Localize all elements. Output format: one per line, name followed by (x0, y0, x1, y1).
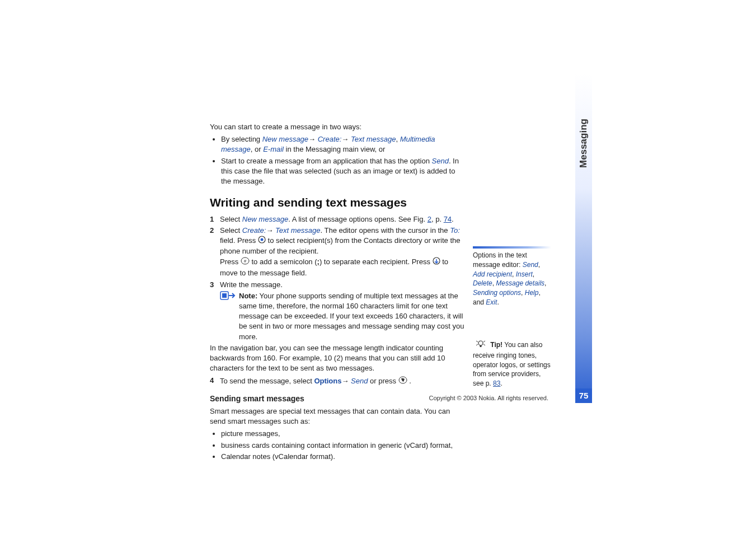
smart-bullet-3: Calendar notes (vCalendar format). (221, 452, 464, 462)
copyright-text: Copyright © 2003 Nokia. All rights reser… (210, 395, 548, 401)
opt-sending-options[interactable]: Sending options (473, 289, 521, 297)
note-icon (220, 291, 236, 303)
link-new-message-2[interactable]: New message (242, 215, 288, 223)
svg-rect-9 (480, 345, 482, 347)
down-key-icon (433, 257, 440, 268)
smart-bullet-1: picture messages, (221, 429, 464, 439)
steps-list: 1 Select New message. A list of message … (210, 214, 464, 290)
link-text-message-2[interactable]: Text message (275, 226, 320, 235)
note-body: Your phone supports sending of multiple … (239, 292, 464, 341)
step-2: 2 Select Create:→ Text message. The edit… (210, 226, 464, 279)
note-block: Note: Your phone supports sending of mul… (220, 291, 464, 342)
link-new-message[interactable]: New message (262, 135, 308, 143)
step-3: 3 Write the message. (210, 280, 464, 290)
tip-label: Tip! (490, 341, 503, 349)
chapter-tab: Messaging 75 (575, 73, 592, 403)
tip-icon (473, 339, 489, 351)
page-number: 75 (575, 388, 592, 403)
center-key-icon (258, 236, 266, 246)
svg-line-11 (483, 341, 485, 342)
opt-delete[interactable]: Delete (473, 279, 492, 287)
opt-add-recipient[interactable]: Add recipient (473, 270, 512, 278)
opt-insert[interactable]: Insert (516, 270, 533, 278)
link-send-2[interactable]: Send (351, 377, 368, 385)
svg-rect-6 (222, 293, 227, 298)
sidebar-tip: Tip! You can also receive ringing tones,… (473, 339, 551, 388)
sidebar-options: Options in the text message editor: Send… (473, 246, 551, 307)
smart-intro: Smart messages are special text messages… (210, 406, 464, 427)
opt-exit[interactable]: Exit (486, 298, 497, 306)
section-heading: Writing and sending text messages (210, 194, 464, 210)
link-create-2[interactable]: Create: (242, 226, 266, 235)
to-field-label: To: (450, 226, 460, 235)
step-4: 4 To send the message, select Options→ S… (210, 376, 464, 387)
intro-bullets: By selecting New message→ Create:→ Text … (210, 134, 464, 186)
svg-line-13 (483, 344, 485, 345)
intro-bullet-1: By selecting New message→ Create:→ Text … (221, 134, 464, 154)
step-1: 1 Select New message. A list of message … (210, 214, 464, 224)
smart-bullet-2: business cards containing contact inform… (221, 441, 464, 451)
opt-help[interactable]: Help (525, 289, 539, 297)
link-create[interactable]: Create: (318, 135, 342, 143)
main-content: You can start to create a message in two… (210, 122, 464, 464)
hash-key-icon: # (241, 256, 250, 268)
opt-send[interactable]: Send (523, 261, 538, 269)
note-label: Note: (239, 292, 257, 300)
sidebar-divider (473, 246, 551, 249)
intro-text: You can start to create a message in two… (210, 122, 464, 132)
opt-message-details[interactable]: Message details (496, 279, 544, 287)
link-send[interactable]: Send (432, 157, 449, 165)
smart-bullets: picture messages, business cards contain… (210, 429, 464, 462)
svg-point-1 (260, 238, 263, 241)
link-text-message[interactable]: Text message (351, 135, 396, 143)
link-figure-2[interactable]: 2 (428, 215, 431, 223)
steps-list-cont: 4 To send the message, select Options→ S… (210, 376, 464, 387)
link-email[interactable]: E-mail (263, 145, 284, 153)
svg-line-10 (476, 341, 478, 342)
link-page-83[interactable]: 83 (493, 380, 500, 387)
chapter-tab-label: Messaging (578, 118, 589, 168)
svg-text:#: # (244, 259, 247, 264)
call-key-icon (398, 376, 407, 387)
link-page-74[interactable]: 74 (444, 215, 452, 223)
intro-bullet-2: Start to create a message from an applic… (221, 156, 464, 187)
options-label: Options (314, 377, 341, 385)
svg-point-8 (478, 341, 483, 345)
nav-info-text: In the navigation bar, you can see the m… (210, 343, 464, 374)
svg-line-12 (476, 344, 478, 345)
